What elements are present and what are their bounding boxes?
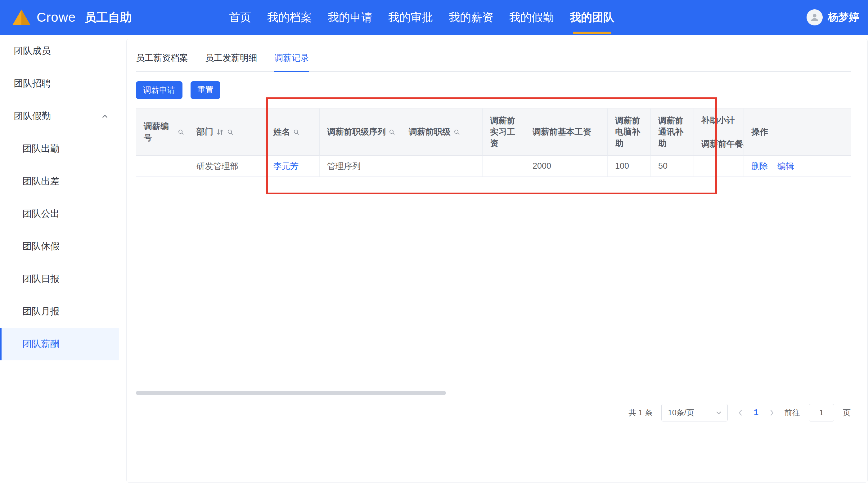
column-header: 部门 (196, 126, 213, 137)
user-area[interactable]: 杨梦婷 (807, 0, 859, 35)
current-page-number[interactable]: 1 (754, 408, 758, 418)
sidebar: 团队成员团队招聘团队假勤团队出勤团队出差团队公出团队休假团队日报团队月报团队薪酬 (0, 35, 119, 490)
table-cell: 2000 (525, 156, 608, 176)
table-header-cell[interactable]: 调薪编号 (136, 108, 189, 156)
table-header-cell[interactable]: 部门 (189, 108, 266, 156)
table-cell: 删除编辑 (744, 156, 851, 176)
toolbar: 调薪申请 重置 (136, 81, 867, 99)
sidebar-item-label: 团队出差 (22, 175, 60, 188)
cell-text: 100 (615, 161, 629, 171)
sidebar-item[interactable]: 团队出差 (0, 165, 119, 198)
search-icon[interactable] (293, 129, 300, 135)
nav-item[interactable]: 我的档案 (267, 0, 312, 35)
search-icon[interactable] (178, 129, 184, 135)
employee-name-link[interactable]: 李元芳 (273, 161, 299, 172)
sidebar-item-label: 团队成员 (14, 45, 51, 57)
scrollbar-thumb[interactable] (136, 391, 446, 395)
brand: Crowe 员工自助 (12, 10, 131, 26)
column-subheader: 调薪前午餐补 (701, 138, 744, 150)
total-count-label: 共 1 条 (628, 407, 653, 418)
sidebar-item[interactable]: 团队公出 (0, 198, 119, 230)
edit-link[interactable]: 编辑 (777, 161, 794, 172)
top-nav: Crowe 员工自助 首页我的档案我的申请我的审批我的薪资我的假勤我的团队 杨梦… (0, 0, 868, 35)
nav-item[interactable]: 我的团队 (570, 0, 615, 35)
table-header-cell: 补助小计调薪前午餐补 (694, 108, 744, 156)
chevron-up-icon (101, 112, 109, 120)
nav-item-label: 我的审批 (388, 10, 433, 25)
sidebar-item[interactable]: 团队薪酬 (0, 328, 119, 360)
brand-name: Crowe (37, 10, 76, 25)
cell-text: 研发管理部 (196, 161, 238, 172)
pager: 1 (737, 408, 776, 418)
table-header-cell[interactable]: 姓名 (266, 108, 320, 156)
tab[interactable]: 调薪记录 (274, 52, 309, 71)
nav-item[interactable]: 首页 (229, 0, 251, 35)
table-header-cell: 调薪前通讯补助 (651, 108, 694, 156)
table-cell (483, 156, 525, 176)
horizontal-scrollbar[interactable] (136, 391, 851, 395)
app-title: 员工自助 (85, 10, 131, 26)
table-cell: 50 (651, 156, 694, 176)
table-cell: 100 (608, 156, 651, 176)
column-header: 调薪前职级 (409, 126, 451, 137)
delete-link[interactable]: 删除 (751, 161, 768, 172)
page-size-select[interactable]: 10条/页 (661, 404, 728, 421)
sidebar-item[interactable]: 团队日报 (0, 263, 119, 295)
tab[interactable]: 员工薪资档案 (136, 52, 188, 71)
nav-item-label: 我的团队 (570, 10, 615, 25)
nav-item[interactable]: 我的假勤 (509, 0, 554, 35)
sidebar-item[interactable]: 团队成员 (0, 35, 119, 67)
nav-item[interactable]: 我的审批 (388, 0, 433, 35)
salary-adjustment-table: 调薪编号部门姓名调薪前职级序列调薪前职级调薪前实习工资调薪前基本工资调薪前电脑补… (136, 108, 851, 177)
sidebar-item[interactable]: 团队月报 (0, 295, 119, 328)
table-cell: 研发管理部 (189, 156, 266, 176)
chevron-down-icon (715, 409, 722, 417)
nav-item-label: 我的档案 (267, 10, 312, 25)
cell-text: 2000 (532, 161, 551, 171)
sidebar-item-label: 团队出勤 (22, 142, 60, 155)
sidebar-item-label: 团队假勤 (14, 110, 51, 123)
search-icon[interactable] (389, 129, 395, 135)
search-icon[interactable] (454, 129, 460, 135)
goto-page-input[interactable] (809, 404, 834, 421)
cell-text: 50 (658, 161, 668, 171)
user-avatar[interactable] (807, 9, 823, 26)
table-cell: 李元芳 (266, 156, 320, 176)
column-header: 姓名 (273, 126, 290, 137)
nav-item[interactable]: 我的薪资 (449, 0, 493, 35)
tab[interactable]: 员工发薪明细 (205, 52, 257, 71)
table-header-cell: 操作 (744, 108, 851, 156)
sidebar-item[interactable]: 团队出勤 (0, 132, 119, 165)
table-cell: 管理序列 (320, 156, 401, 176)
search-icon[interactable] (227, 129, 234, 135)
table-cell (401, 156, 483, 176)
table-cell (136, 156, 189, 176)
sidebar-item-label: 团队公出 (22, 207, 60, 220)
reset-button[interactable]: 重置 (190, 81, 220, 99)
table-body: 研发管理部李元芳管理序列200010050删除编辑 (136, 156, 851, 177)
salary-adjust-apply-button[interactable]: 调薪申请 (136, 81, 183, 99)
cell-text: 管理序列 (327, 161, 361, 172)
column-header: 调薪编号 (144, 121, 175, 143)
column-header: 调薪前通讯补助 (658, 115, 689, 149)
sidebar-item[interactable]: 团队招聘 (0, 67, 119, 100)
sidebar-item[interactable]: 团队假勤 (0, 100, 119, 132)
page-size-value: 10条/页 (668, 407, 694, 418)
content-card: 员工薪资档案员工发薪明细调薪记录 调薪申请 重置 调薪编号部门姓名调薪前职级序列… (126, 39, 868, 483)
nav-item-label: 我的假勤 (509, 10, 554, 25)
column-header: 调薪前职级序列 (327, 126, 386, 137)
column-header: 操作 (751, 126, 768, 137)
nav-item[interactable]: 我的申请 (328, 0, 372, 35)
page-unit-label: 页 (843, 407, 850, 418)
sidebar-item-label: 团队日报 (22, 272, 60, 285)
sort-icon[interactable] (216, 128, 224, 136)
next-page-icon[interactable] (768, 409, 776, 417)
sidebar-item-label: 团队招聘 (14, 77, 51, 90)
sidebar-item[interactable]: 团队休假 (0, 230, 119, 263)
table-header-cell[interactable]: 调薪前职级 (401, 108, 483, 156)
table-header-cell: 调薪前实习工资 (483, 108, 525, 156)
prev-page-icon[interactable] (737, 409, 744, 417)
tab-bar: 员工薪资档案员工发薪明细调薪记录 (136, 39, 851, 72)
table-header-cell[interactable]: 调薪前职级序列 (320, 108, 401, 156)
pagination: 共 1 条 10条/页 1 前往 页 (628, 404, 850, 421)
